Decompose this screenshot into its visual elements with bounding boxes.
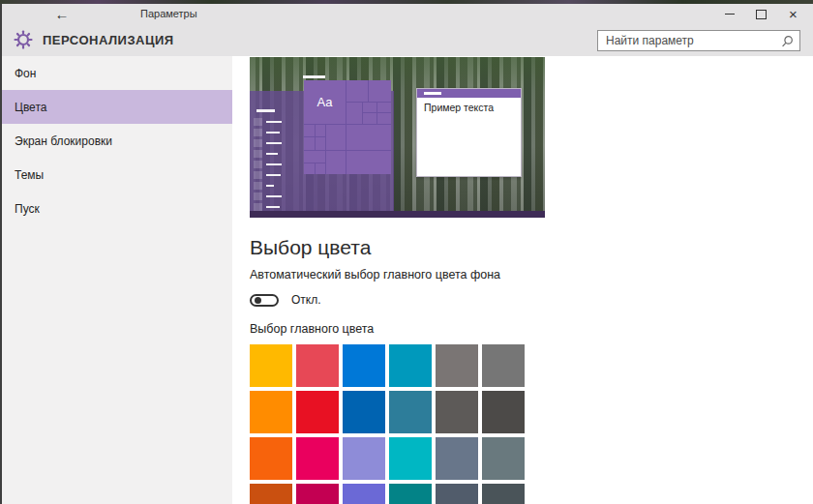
search-icon (781, 35, 795, 48)
color-swatch[interactable] (389, 484, 432, 504)
start-menu-item (254, 202, 282, 211)
color-preview-image: Aa Пример текста (250, 57, 545, 218)
preview-sample-window: Пример текста (416, 88, 522, 177)
color-swatch[interactable] (389, 344, 432, 387)
start-menu-item-list (254, 117, 282, 213)
color-swatch[interactable] (296, 391, 339, 433)
start-menu-item (254, 138, 282, 147)
color-swatch[interactable] (250, 344, 292, 387)
content-pane: Aa Пример текста (232, 56, 813, 504)
sidebar: ФонЦветаЭкран блокировкиТемыПуск (2, 56, 232, 504)
color-swatch[interactable] (296, 344, 339, 387)
color-swatch[interactable] (250, 437, 292, 480)
preview-taskbar (250, 211, 545, 218)
color-swatch[interactable] (436, 344, 478, 387)
tiles-title-line (303, 75, 325, 78)
sample-text: Пример текста (424, 102, 494, 113)
sidebar-item-3[interactable]: Темы (2, 158, 232, 192)
start-menu-item (254, 192, 282, 200)
color-swatch[interactable] (482, 437, 525, 480)
start-menu-item (254, 149, 282, 158)
sidebar-item-4[interactable]: Пуск (2, 192, 232, 225)
color-swatch[interactable] (343, 437, 385, 480)
color-swatch[interactable] (482, 391, 525, 433)
search-input[interactable] (598, 31, 799, 50)
back-button[interactable]: ← (50, 4, 74, 24)
maximize-button[interactable] (745, 4, 777, 24)
section-title: Выбор цвета (250, 236, 371, 259)
color-swatch[interactable] (250, 391, 292, 433)
start-menu-item (254, 117, 282, 126)
auto-color-toggle-row: Откл. (250, 293, 321, 307)
window-controls: × (713, 4, 809, 24)
sidebar-item-2[interactable]: Экран блокировки (2, 124, 232, 158)
page-title: ПЕРСОНАЛИЗАЦИЯ (43, 33, 174, 47)
toggle-knob (255, 297, 261, 304)
start-menu-item (254, 181, 282, 190)
font-preview-tile: Aa (304, 80, 346, 124)
toggle-state-label: Откл. (291, 293, 321, 307)
color-swatch[interactable] (296, 437, 339, 480)
color-swatch[interactable] (389, 391, 432, 433)
start-tiles: Aa (304, 80, 391, 174)
close-button[interactable]: × (777, 4, 809, 24)
color-swatch[interactable] (436, 391, 478, 433)
start-menu-item (254, 170, 282, 179)
gear-icon (14, 30, 33, 49)
accent-color-grid (250, 344, 525, 504)
color-swatch[interactable] (389, 437, 432, 480)
color-swatch[interactable] (343, 344, 385, 387)
settings-window: ← Параметры × ПЕРСОНАЛИЗАЦИЯ (0, 0, 813, 504)
color-swatch[interactable] (436, 484, 478, 504)
minimize-icon (725, 14, 735, 15)
sidebar-item-0[interactable]: Фон (2, 56, 232, 90)
start-menu-item (254, 160, 282, 168)
sidebar-item-1[interactable]: Цвета (2, 90, 232, 124)
maximize-icon (756, 10, 767, 19)
color-swatch[interactable] (343, 391, 385, 433)
color-swatch[interactable] (482, 344, 525, 387)
start-menu-item (254, 128, 282, 136)
color-swatch[interactable] (343, 484, 385, 504)
back-arrow-icon: ← (55, 6, 70, 22)
close-icon: × (789, 7, 798, 21)
color-swatch[interactable] (482, 484, 525, 504)
auto-color-label: Автоматический выбор главного цвета фона (250, 268, 500, 282)
window-titlebar: ← Параметры × (2, 4, 813, 24)
color-swatch[interactable] (250, 484, 292, 504)
minimize-button[interactable] (713, 4, 745, 24)
color-swatch[interactable] (436, 437, 478, 480)
sample-window-title-line (424, 92, 441, 95)
window-title: Параметры (140, 8, 197, 19)
search-box (597, 30, 800, 51)
color-swatch[interactable] (296, 484, 339, 504)
auto-color-toggle[interactable] (250, 294, 279, 307)
app-header: ПЕРСОНАЛИЗАЦИЯ (2, 24, 813, 56)
start-menu-title-line (256, 109, 275, 112)
palette-label: Выбор главного цвета (250, 322, 374, 336)
sample-window-titlebar (417, 89, 521, 98)
